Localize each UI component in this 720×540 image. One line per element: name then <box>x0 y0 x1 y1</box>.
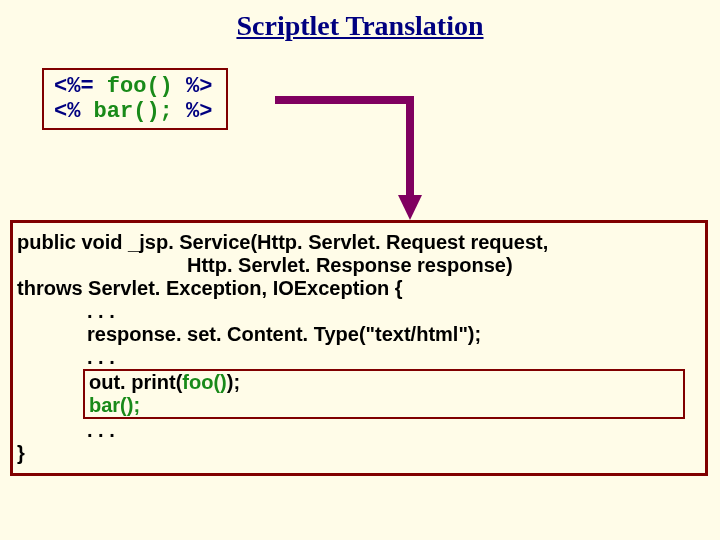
java-dots-3: . . . <box>17 419 697 442</box>
java-dots-2: . . . <box>17 346 697 369</box>
java-close: } <box>17 442 697 465</box>
java-out-print: out. print(foo()); <box>89 371 679 394</box>
svg-marker-0 <box>398 195 422 220</box>
java-code-box: public void _jsp. Service(Http. Servlet.… <box>10 220 708 476</box>
java-bar: bar(); <box>89 394 679 417</box>
java-sig-3: throws Servlet. Exception, IOException { <box>17 277 697 300</box>
scriptlet-line-2: <% bar(); %> <box>54 99 212 124</box>
slide-title: Scriptlet Translation <box>0 10 720 42</box>
java-response: response. set. Content. Type("text/html"… <box>17 323 697 346</box>
scriptlet-code-box: <%= foo() %> <% bar(); %> <box>42 68 228 130</box>
java-sig-2: Http. Servlet. Response response) <box>17 254 697 277</box>
arrow-icon <box>270 95 450 235</box>
scriptlet-line-1: <%= foo() %> <box>54 74 212 99</box>
java-sig-1: public void _jsp. Service(Http. Servlet.… <box>17 231 697 254</box>
java-dots-1: . . . <box>17 300 697 323</box>
highlight-box: out. print(foo()); bar(); <box>83 369 685 419</box>
